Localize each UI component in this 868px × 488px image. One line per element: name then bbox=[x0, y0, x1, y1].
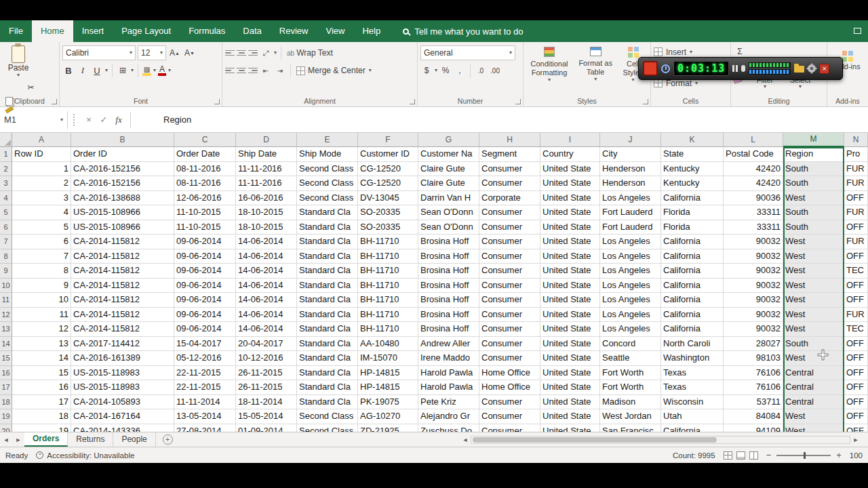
cell-L19[interactable]: 84084 bbox=[724, 409, 783, 424]
cut-icon[interactable]: ✂ bbox=[5, 80, 56, 95]
cell-C7[interactable]: 09-06-2014 bbox=[174, 235, 236, 249]
cell-N4[interactable]: OFF bbox=[844, 191, 868, 206]
cell-J7[interactable]: Los Angeles bbox=[600, 235, 661, 249]
cell-J11[interactable]: Los Angeles bbox=[600, 293, 661, 308]
cell-L12[interactable]: 90032 bbox=[724, 308, 783, 323]
cell-B8[interactable]: CA-2014-115812 bbox=[71, 249, 174, 264]
conditional-formatting-button[interactable]: Conditional Formatting ▾ bbox=[526, 44, 572, 96]
cell-G9[interactable]: Brosina Hoff bbox=[418, 264, 479, 279]
cell-L18[interactable]: 53711 bbox=[724, 395, 783, 410]
cell-A19[interactable]: 18 bbox=[12, 409, 71, 424]
cell-K20[interactable]: California bbox=[661, 424, 724, 432]
cell-B4[interactable]: CA-2016-138688 bbox=[71, 191, 174, 206]
cell-I5[interactable]: United State bbox=[540, 205, 600, 220]
cell-B13[interactable]: CA-2014-115812 bbox=[71, 322, 174, 337]
row-header-6[interactable]: 6 bbox=[0, 220, 12, 235]
cell-I16[interactable]: United State bbox=[540, 366, 600, 381]
tab-formulas[interactable]: Formulas bbox=[180, 20, 234, 42]
cell-I20[interactable]: United State bbox=[540, 424, 600, 432]
recorder-speaker-level-bar[interactable] bbox=[749, 69, 791, 75]
cell-B17[interactable]: US-2015-118983 bbox=[71, 380, 174, 395]
cancel-entry-icon[interactable]: × bbox=[81, 112, 96, 128]
cell-B14[interactable]: CA-2017-114412 bbox=[71, 337, 174, 352]
alignment-dialog-launcher-icon[interactable] bbox=[410, 99, 415, 104]
cell-L3[interactable]: 42420 bbox=[724, 176, 783, 191]
cell-C19[interactable]: 13-05-2014 bbox=[174, 409, 236, 424]
comma-icon[interactable]: , bbox=[454, 63, 466, 78]
tell-me-box[interactable]: Tell me what you want to do bbox=[403, 20, 523, 42]
cell-K19[interactable]: Utah bbox=[661, 409, 724, 424]
zoom-in-icon[interactable]: + bbox=[836, 450, 842, 460]
cell-C2[interactable]: 08-11-2016 bbox=[174, 162, 236, 177]
cell-E12[interactable]: Standard Cla bbox=[297, 308, 358, 323]
cell-D6[interactable]: 18-10-2015 bbox=[236, 220, 297, 235]
recorder-stop-button[interactable] bbox=[643, 61, 658, 76]
cell-L10[interactable]: 90032 bbox=[724, 279, 783, 293]
cell-I12[interactable]: United State bbox=[540, 308, 600, 323]
cell-K17[interactable]: Texas bbox=[661, 380, 724, 395]
cell-M6[interactable]: South bbox=[783, 220, 844, 235]
cell-I14[interactable]: United State bbox=[540, 337, 600, 352]
currency-icon[interactable]: $ bbox=[420, 63, 433, 78]
cell-M5[interactable]: South bbox=[783, 205, 844, 220]
cell-I6[interactable]: United State bbox=[540, 220, 600, 235]
cell-I13[interactable]: United State bbox=[540, 322, 600, 337]
cell-G6[interactable]: Sean O'Donn bbox=[418, 220, 479, 235]
cell-E18[interactable]: Standard Cla bbox=[297, 395, 358, 410]
cell-E16[interactable]: Standard Cla bbox=[297, 366, 358, 381]
cell-B2[interactable]: CA-2016-152156 bbox=[71, 162, 174, 177]
cell-N3[interactable]: FUR bbox=[844, 176, 868, 191]
cell-H12[interactable]: Consumer bbox=[479, 308, 540, 323]
cell-N9[interactable]: TEC bbox=[844, 264, 868, 279]
cell-E19[interactable]: Second Class bbox=[297, 409, 358, 424]
cell-A15[interactable]: 14 bbox=[12, 351, 71, 366]
cell-K7[interactable]: California bbox=[661, 235, 724, 249]
number-dialog-launcher-icon[interactable] bbox=[515, 99, 521, 104]
cell-L7[interactable]: 90032 bbox=[724, 235, 783, 249]
cell-A17[interactable]: 16 bbox=[12, 380, 71, 395]
cell-D2[interactable]: 11-11-2016 bbox=[236, 162, 297, 177]
new-sheet-button[interactable]: + bbox=[163, 434, 173, 445]
cell-K14[interactable]: North Caroli bbox=[661, 337, 724, 352]
cell-H14[interactable]: Consumer bbox=[479, 337, 540, 352]
cell-B9[interactable]: CA-2014-115812 bbox=[71, 264, 174, 279]
cell-G19[interactable]: Alejandro Gr bbox=[418, 409, 479, 424]
row-header-13[interactable]: 13 bbox=[0, 322, 12, 337]
cell-H9[interactable]: Consumer bbox=[479, 264, 540, 279]
cell-M18[interactable]: Central bbox=[783, 395, 844, 410]
cell-D1[interactable]: Ship Date bbox=[236, 147, 297, 162]
cell-L8[interactable]: 90032 bbox=[724, 249, 783, 264]
sheet-nav-left-icon[interactable]: ◄ bbox=[0, 432, 12, 447]
recorder-close-icon[interactable]: × bbox=[819, 64, 829, 74]
cell-J10[interactable]: Los Angeles bbox=[600, 279, 661, 293]
cell-F13[interactable]: BH-11710 bbox=[358, 322, 418, 337]
cell-C13[interactable]: 09-06-2014 bbox=[174, 322, 236, 337]
cell-L5[interactable]: 33311 bbox=[724, 205, 783, 220]
cell-J4[interactable]: Los Angeles bbox=[600, 191, 661, 206]
column-header-M[interactable]: M bbox=[783, 133, 844, 147]
scrollbar-track[interactable] bbox=[471, 436, 850, 444]
cell-A6[interactable]: 5 bbox=[12, 220, 71, 235]
tab-data[interactable]: Data bbox=[234, 20, 270, 42]
cell-L14[interactable]: 28027 bbox=[724, 337, 783, 352]
cell-J17[interactable]: Fort Worth bbox=[600, 380, 661, 395]
fill-color-icon[interactable]: ▨ bbox=[142, 66, 151, 76]
cell-H7[interactable]: Consumer bbox=[479, 235, 540, 249]
cell-H13[interactable]: Consumer bbox=[479, 322, 540, 337]
recorder-folder-icon[interactable] bbox=[794, 66, 804, 73]
row-header-19[interactable]: 19 bbox=[0, 409, 12, 424]
align-center-icon[interactable] bbox=[237, 68, 246, 74]
cell-K3[interactable]: Kentucky bbox=[661, 176, 724, 191]
cell-B3[interactable]: CA-2016-152156 bbox=[71, 176, 174, 191]
cell-M16[interactable]: Central bbox=[783, 366, 844, 381]
zoom-level[interactable]: 100 bbox=[850, 451, 863, 460]
cell-C18[interactable]: 11-11-2014 bbox=[174, 395, 236, 410]
cell-E7[interactable]: Standard Cla bbox=[297, 235, 358, 249]
cell-F16[interactable]: HP-14815 bbox=[358, 366, 418, 381]
cell-J12[interactable]: Los Angeles bbox=[600, 308, 661, 323]
cell-L13[interactable]: 90032 bbox=[724, 322, 783, 337]
clipboard-dialog-launcher-icon[interactable] bbox=[52, 99, 57, 104]
cell-B6[interactable]: US-2015-108966 bbox=[71, 220, 174, 235]
cell-C8[interactable]: 09-06-2014 bbox=[174, 249, 236, 264]
cell-N11[interactable]: OFF bbox=[844, 293, 868, 308]
